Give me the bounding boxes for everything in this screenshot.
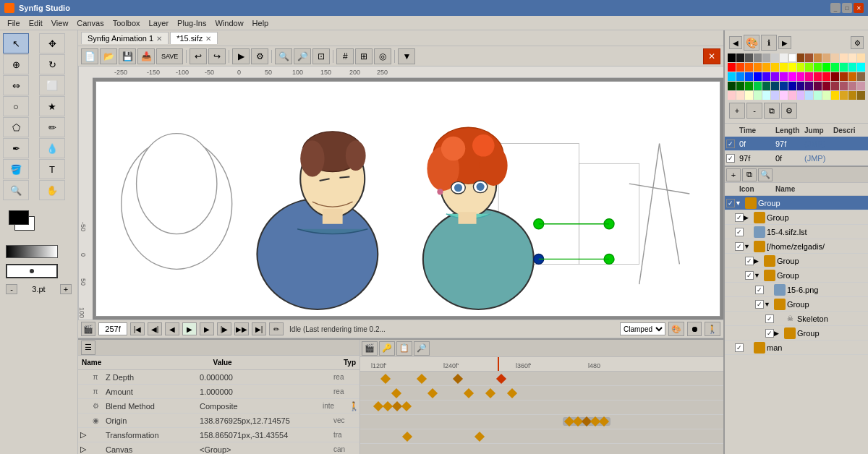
color-cell[interactable] <box>745 63 753 72</box>
color-magenta[interactable] <box>788 72 796 81</box>
timeline-btn2[interactable]: 🔑 <box>379 341 395 356</box>
layer-row-group2b[interactable]: ▼ Group <box>725 268 868 283</box>
playback-last[interactable]: ▶| <box>252 322 266 335</box>
tab-sifz[interactable]: *15.sifz ✕ <box>170 32 218 44</box>
tool-text[interactable]: T <box>39 159 65 179</box>
color-cell[interactable] <box>771 82 779 90</box>
color-cell[interactable] <box>736 91 744 100</box>
layer-search[interactable]: 🔍 <box>758 168 773 181</box>
keyframe-diamond[interactable] <box>391 388 401 398</box>
layer-row-png[interactable]: 15-6.png <box>725 283 868 297</box>
menu-canvas[interactable]: Canvas <box>72 17 108 29</box>
layer-row-skeleton[interactable]: ☠ Skeleton <box>725 312 868 326</box>
layer-expand[interactable]: ▶ <box>754 257 762 265</box>
color-cell[interactable] <box>754 91 762 100</box>
color-cell[interactable] <box>805 91 813 100</box>
color-cell[interactable] <box>788 82 796 90</box>
color-cell[interactable] <box>745 72 753 81</box>
layer-expand[interactable]: ▼ <box>735 200 744 207</box>
tool-polygon[interactable]: ⬠ <box>3 117 29 137</box>
color-cell[interactable] <box>771 63 779 72</box>
palette-duplicate[interactable]: ⧉ <box>764 103 780 119</box>
palette-prev[interactable]: ◀ <box>729 36 742 49</box>
layer-expand[interactable]: ▼ <box>744 243 752 250</box>
menu-toolbox[interactable]: Toolbox <box>109 17 145 29</box>
color-cell[interactable] <box>728 91 736 100</box>
toolbar-save-label[interactable]: SAVE <box>156 48 183 64</box>
timeline-content[interactable] <box>360 372 723 454</box>
menu-window[interactable]: Window <box>210 17 247 29</box>
keyframe-diamond[interactable] <box>402 432 412 442</box>
tool-eyedrop[interactable]: 💧 <box>39 138 65 158</box>
keyframe-diamond[interactable] <box>485 388 495 398</box>
tool-circle[interactable]: ○ <box>3 96 29 116</box>
layer-expand[interactable]: ▼ <box>764 301 773 308</box>
timeline-btn4[interactable]: 🔎 <box>414 341 430 356</box>
layer-check[interactable] <box>745 271 754 280</box>
toolbar-save-as[interactable]: 📥 <box>137 48 155 64</box>
color-cell[interactable] <box>857 72 865 81</box>
color-cell[interactable] <box>736 82 744 90</box>
color-cell[interactable] <box>780 63 788 72</box>
toolbar-render-opts[interactable]: ⚙ <box>251 48 268 64</box>
layer-check[interactable] <box>735 228 744 236</box>
toolbar-zoom-in[interactable]: 🔍 <box>275 48 292 64</box>
layer-expand[interactable]: ▼ <box>754 272 762 279</box>
minimize-button[interactable]: _ <box>830 3 841 13</box>
color-blue[interactable] <box>754 72 762 81</box>
outline-box[interactable] <box>6 264 58 278</box>
layer-check[interactable] <box>755 286 764 294</box>
tool-star[interactable]: ★ <box>39 96 65 116</box>
color-cell[interactable] <box>831 72 839 81</box>
tab-animation1-close[interactable]: ✕ <box>156 35 162 43</box>
char-btn[interactable]: 🚶 <box>705 322 720 336</box>
color-cell[interactable] <box>857 91 865 100</box>
color-cell[interactable] <box>822 82 830 90</box>
layer-check[interactable] <box>735 242 744 251</box>
gradient-bar[interactable] <box>6 245 58 258</box>
layer-row-home[interactable]: ▼ [/home/zelgadis/ <box>725 239 868 254</box>
layer-expand[interactable]: ▶ <box>774 330 783 337</box>
timeline-btn1[interactable]: 🎬 <box>362 341 378 356</box>
layer-add[interactable]: + <box>726 168 741 181</box>
toolbar-onion[interactable]: ◎ <box>374 48 391 64</box>
color-cell[interactable] <box>814 72 822 81</box>
color-cell[interactable] <box>831 53 839 62</box>
color-cell[interactable] <box>814 63 822 72</box>
color-cell[interactable] <box>805 63 813 72</box>
color-cell[interactable] <box>857 82 865 90</box>
mode-select[interactable]: Clamped Loop Bounce <box>620 322 665 335</box>
color-cell[interactable] <box>780 53 788 62</box>
layer-check[interactable] <box>735 343 744 352</box>
keyframe-diamond[interactable] <box>453 374 463 384</box>
toolbar-stop[interactable]: ✕ <box>703 48 720 64</box>
color-red[interactable] <box>728 63 736 72</box>
layer-expand[interactable]: ▶ <box>744 214 752 221</box>
color-cell[interactable] <box>771 91 779 100</box>
keyframe-row-0[interactable]: 0f 97f (JMP) <box>725 137 868 151</box>
color-cell[interactable] <box>762 82 770 90</box>
color-cell[interactable] <box>762 91 770 100</box>
keyframe-jump-1[interactable]: (JMP) <box>801 154 830 163</box>
keyframe-diamond[interactable] <box>475 432 485 442</box>
tool-transform[interactable]: ✥ <box>39 33 65 53</box>
layer-check[interactable] <box>765 329 774 338</box>
playback-play[interactable]: ▶ <box>182 322 197 335</box>
canvas-image[interactable] <box>95 81 720 317</box>
tool-zoom[interactable]: ⬜ <box>39 75 65 95</box>
toolbar-save[interactable]: 💾 <box>119 48 136 64</box>
color-cell[interactable] <box>762 53 770 62</box>
color-cell[interactable] <box>797 82 805 90</box>
palette-remove[interactable]: - <box>746 103 762 119</box>
color-cell[interactable] <box>848 91 856 100</box>
keyframe-diamond[interactable] <box>417 374 427 384</box>
keyframe-jump-0[interactable]: (JMP) <box>801 140 830 148</box>
layer-check[interactable] <box>745 257 754 265</box>
color-cell[interactable] <box>805 53 813 62</box>
keyframe-diamond[interactable] <box>507 388 517 398</box>
playback-next-frame[interactable]: ▶ <box>200 322 214 335</box>
tab-animation1[interactable]: Synfig Animation 1 ✕ <box>81 32 169 44</box>
palette-settings[interactable]: ⚙ <box>851 36 864 49</box>
color-cell[interactable] <box>848 63 856 72</box>
color-cell[interactable] <box>797 72 805 81</box>
